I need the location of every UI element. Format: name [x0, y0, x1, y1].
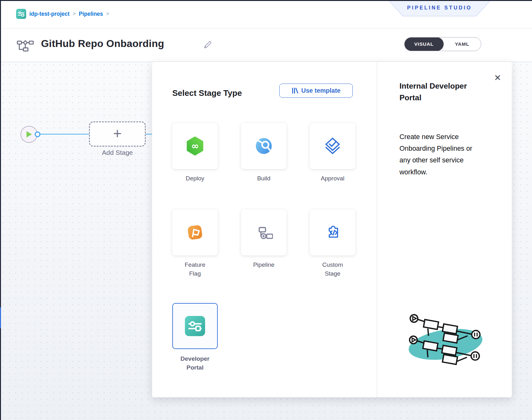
svg-text:∞: ∞ — [191, 141, 199, 151]
panel-description: Create new Service Onboarding Pipelines … — [399, 131, 473, 178]
feature-flag-icon — [186, 223, 204, 242]
deploy-icon: ∞ — [185, 136, 205, 156]
stage-label-feature-flag: Feature Flag — [172, 260, 218, 278]
breadcrumb: idp-test-project > Pipelines > — [16, 9, 109, 19]
breadcrumb-pipelines[interactable]: Pipelines — [79, 11, 103, 17]
stage-card-deploy[interactable]: ∞ — [172, 123, 218, 169]
stage-label-custom: Custom Stage — [310, 260, 355, 278]
panel-divider — [377, 62, 377, 397]
pipeline-studio-badge-label: PIPELINE STUDIO — [407, 5, 472, 12]
stage-card-build[interactable] — [241, 123, 287, 169]
custom-stage-icon — [324, 224, 341, 241]
panel-heading: Internal Developer Portal — [399, 80, 479, 103]
page-title: GitHub Repo Onbaording — [41, 38, 164, 50]
close-icon[interactable]: ✕ — [492, 73, 503, 83]
window-left-edge — [0, 0, 1, 420]
stage-card-custom[interactable] — [310, 209, 355, 255]
stage-label-developer-portal: Developer Portal — [172, 354, 218, 372]
pipeline-stage-icon — [255, 223, 273, 242]
pipelines-illustration — [398, 300, 502, 375]
stage-label-pipeline: Pipeline — [241, 260, 287, 269]
stage-label-build: Build — [241, 174, 287, 183]
play-icon — [26, 131, 33, 138]
approval-icon — [323, 137, 342, 155]
stage-card-feature-flag[interactable] — [172, 209, 218, 255]
connector-port[interactable] — [35, 131, 40, 137]
pipeline-icon — [16, 38, 35, 53]
project-icon — [16, 9, 26, 19]
stage-card-developer-portal[interactable] — [172, 303, 218, 349]
breadcrumb-chevron-icon: > — [106, 11, 109, 17]
pipeline-studio-badge: PIPELINE STUDIO — [389, 1, 490, 16]
modal-title: Select Stage Type — [172, 88, 242, 98]
use-template-button[interactable]: Use template — [279, 84, 353, 98]
developer-portal-icon — [185, 316, 205, 336]
plus-icon: + — [113, 126, 122, 141]
select-stage-modal: Select Stage Type Use template ∞ — [152, 62, 512, 397]
build-icon — [254, 136, 274, 156]
breadcrumb-chevron-icon: > — [73, 11, 75, 17]
left-scroll-indicator[interactable] — [0, 307, 1, 328]
tab-visual[interactable]: VISUAL — [404, 37, 444, 51]
stage-label-deploy: Deploy — [172, 174, 218, 183]
use-template-label: Use template — [301, 87, 341, 94]
add-stage-node[interactable]: + — [89, 121, 146, 147]
stage-label-approval: Approval — [310, 174, 355, 183]
breadcrumb-project[interactable]: idp-test-project — [29, 11, 69, 17]
tab-yaml[interactable]: YAML — [443, 38, 481, 51]
window-top-edge — [0, 0, 532, 1]
add-stage-label: Add Stage — [89, 149, 146, 156]
stage-card-pipeline[interactable] — [241, 209, 287, 255]
visual-yaml-toggle: VISUAL YAML — [404, 37, 481, 51]
template-library-icon — [292, 87, 299, 94]
edit-pencil-icon[interactable] — [203, 40, 213, 50]
pipeline-studio-app: idp-test-project > Pipelines > PIPELINE … — [0, 0, 532, 420]
stage-card-approval[interactable] — [310, 123, 355, 169]
